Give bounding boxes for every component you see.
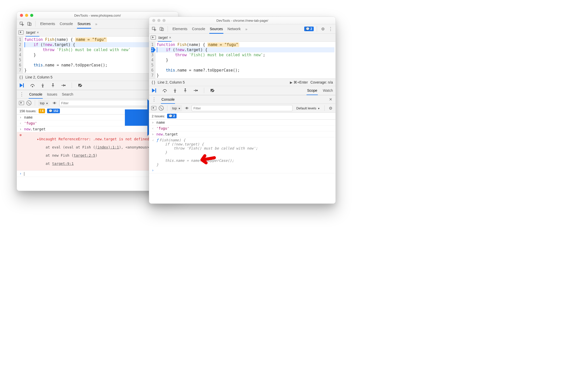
svg-point-16: [197, 90, 198, 91]
svg-rect-10: [160, 27, 162, 30]
code-editor[interactable]: 1234567 function Fish(name) {name = "fug…: [149, 42, 335, 78]
live-expression-icon[interactable]: [184, 105, 190, 111]
tab-sources[interactable]: Sources: [78, 19, 91, 28]
file-tab-target[interactable]: target ×: [158, 34, 171, 41]
deactivate-breakpoints-icon[interactable]: [78, 83, 83, 88]
step-over-icon[interactable]: [162, 88, 168, 93]
inspect-icon[interactable]: [19, 21, 25, 27]
main-toolbar: Elements Console Sources Network 💬 2: [149, 24, 335, 34]
drawer-more-icon[interactable]: [19, 92, 25, 97]
more-tabs-icon[interactable]: [95, 22, 97, 26]
svg-point-15: [185, 89, 186, 89]
step-icon[interactable]: [193, 88, 198, 93]
resume-icon[interactable]: [152, 88, 157, 93]
svg-point-6: [53, 84, 53, 84]
step-over-icon[interactable]: [30, 83, 35, 88]
coverage-label: Coverage: n/a: [310, 80, 333, 84]
clear-console-icon[interactable]: [158, 105, 164, 111]
tab-sources[interactable]: Sources: [210, 24, 223, 33]
cursor-position: Line 2, Column 5: [158, 80, 185, 84]
step-out-icon[interactable]: [182, 88, 188, 93]
drawer-tab-console[interactable]: Console: [161, 95, 175, 104]
context-select[interactable]: top: [38, 100, 50, 106]
svg-rect-1: [28, 22, 30, 25]
debugger-toolbar: Scope Watch: [149, 86, 335, 95]
issues-bar[interactable]: 2 Issues: 💬 2: [149, 113, 335, 120]
console-log[interactable]: name 'fugu' new.target ƒFish(name) { if …: [149, 120, 335, 203]
pretty-print-icon[interactable]: { }: [19, 75, 23, 79]
svg-point-13: [165, 92, 165, 92]
window-title: DevTools - chrome://new-tab-page/: [149, 19, 335, 22]
minimize-dot[interactable]: [25, 14, 28, 17]
resume-icon[interactable]: [19, 83, 25, 88]
clear-console-icon[interactable]: [26, 100, 32, 106]
navigator-toggle-icon[interactable]: [18, 30, 24, 35]
device-mode-icon[interactable]: [159, 26, 165, 32]
console-toolbar: top Default levels: [149, 104, 335, 113]
deactivate-breakpoints-icon[interactable]: [210, 88, 215, 93]
close-dot[interactable]: [20, 14, 23, 17]
drawer-tab-search[interactable]: Search: [62, 90, 73, 98]
navigator-toggle-icon[interactable]: [151, 36, 156, 40]
close-drawer-icon[interactable]: ✕: [328, 97, 333, 102]
step-icon[interactable]: [60, 83, 66, 88]
settings-icon[interactable]: [320, 26, 326, 32]
tab-network[interactable]: Network: [227, 24, 241, 33]
step-into-icon[interactable]: [172, 88, 178, 93]
levels-select[interactable]: Default levels: [295, 105, 321, 111]
zoom-dot[interactable]: [162, 19, 166, 22]
console-sidebar-toggle-icon[interactable]: [151, 106, 156, 110]
editor-status-bar: { } Line 2, Column 5 ⌘+Enter Coverage: n…: [149, 78, 335, 86]
tab-elements[interactable]: Elements: [172, 24, 187, 33]
file-tab-row: target ×: [149, 34, 335, 42]
devtools-window-right: DevTools - chrome://new-tab-page/ Elemen…: [149, 17, 336, 204]
drawer-header: Console ✕: [149, 95, 335, 104]
live-expression-icon[interactable]: [52, 100, 57, 106]
cursor-position: Line 2, Column 5: [25, 75, 52, 79]
titlebar: DevTools - chrome://new-tab-page/: [149, 17, 335, 24]
message-badge: 💬 152: [47, 109, 60, 113]
more-tabs-icon[interactable]: [245, 27, 247, 31]
context-select[interactable]: top: [170, 105, 182, 111]
message-badge[interactable]: 💬 2: [304, 27, 314, 31]
tab-watch[interactable]: Watch: [323, 86, 333, 95]
tab-elements[interactable]: Elements: [40, 19, 55, 28]
drawer-more-icon[interactable]: [151, 97, 157, 102]
svg-rect-3: [23, 83, 24, 87]
svg-rect-12: [155, 88, 156, 93]
console-settings-icon[interactable]: [328, 105, 333, 111]
message-badge: 💬 2: [167, 114, 177, 118]
line-gutter: 1234567: [17, 37, 23, 73]
run-snippet-icon[interactable]: ⌘+Enter: [290, 80, 308, 84]
close-file-icon[interactable]: ×: [169, 36, 171, 40]
drawer-tab-issues[interactable]: Issues: [47, 90, 57, 98]
minimize-dot[interactable]: [157, 19, 160, 22]
filter-input[interactable]: [192, 105, 292, 111]
close-file-icon[interactable]: ×: [37, 30, 39, 35]
step-out-icon[interactable]: [50, 83, 56, 88]
tab-console[interactable]: Console: [60, 19, 73, 28]
pretty-print-icon[interactable]: { }: [152, 80, 155, 84]
warning-badge: ! 4: [39, 109, 45, 113]
svg-point-14: [175, 92, 176, 93]
zoom-dot[interactable]: [30, 14, 33, 17]
close-dot[interactable]: [152, 19, 155, 22]
inspect-icon[interactable]: [151, 26, 157, 32]
console-sidebar-toggle-icon[interactable]: [19, 101, 24, 105]
tab-console[interactable]: Console: [192, 24, 205, 33]
line-gutter: 1234567: [149, 42, 156, 78]
device-mode-icon[interactable]: [27, 21, 32, 27]
step-into-icon[interactable]: [40, 83, 46, 88]
svg-point-4: [32, 86, 33, 87]
svg-point-5: [42, 87, 43, 87]
panel-tabs: Elements Console Sources: [40, 19, 97, 28]
panel-tabs: Elements Console Sources Network: [172, 24, 247, 33]
svg-point-7: [65, 85, 66, 86]
more-icon[interactable]: [328, 26, 333, 32]
tab-scope[interactable]: Scope: [307, 86, 317, 95]
drawer-tab-console[interactable]: Console: [29, 90, 42, 98]
file-tab-target[interactable]: target ×: [26, 29, 39, 36]
